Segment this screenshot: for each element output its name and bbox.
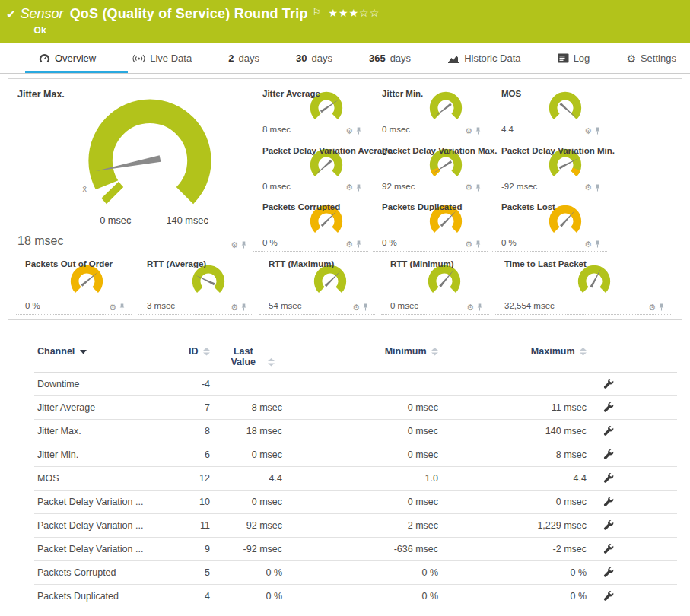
gear-icon[interactable]: ⚙ [465, 240, 472, 249]
tab-label: Historic Data [464, 52, 520, 64]
gear-icon[interactable]: ⚙ [109, 303, 116, 312]
gauge-cell-packets-lost: Packets Lost 0 % ⚙ [492, 195, 607, 252]
gear-icon[interactable]: ⚙ [465, 127, 472, 135]
tab-log[interactable]: Log [553, 43, 595, 73]
gauge-cell-time-to-last-packet: Time to Last Packet 32,554 msec ⚙ [495, 252, 671, 315]
pin-icon[interactable] [475, 126, 482, 135]
column-header-channel[interactable]: Channel [34, 341, 179, 373]
pin-icon[interactable] [594, 240, 601, 249]
channel-settings-wrench-icon[interactable] [603, 449, 614, 462]
cell-minimum: 2 msec [285, 514, 441, 538]
tab-historic-data[interactable]: Historic Data [443, 43, 525, 73]
channel-settings-wrench-icon[interactable] [603, 543, 614, 556]
pin-icon[interactable] [594, 183, 601, 192]
gauge-label: Packet Delay Variation Max. [382, 146, 498, 155]
gear-icon[interactable]: ⚙ [231, 241, 238, 249]
channel-settings-wrench-icon[interactable] [603, 567, 614, 579]
chart-icon [447, 53, 459, 64]
gauge-label: RTT (Average) [147, 259, 206, 268]
cell-spacer [628, 491, 677, 514]
stars-empty[interactable]: ☆☆ [359, 7, 380, 19]
gear-icon[interactable]: ⚙ [345, 183, 353, 192]
gauge-label: Packets Corrupted [262, 202, 340, 211]
pin-icon[interactable] [240, 240, 247, 249]
gauge-cell-jitter-max: Jitter Max. x̄ 0 msec 140 msec 18 msec ⚙ [8, 82, 253, 252]
cell-channel: Downtime [34, 373, 179, 396]
pin-icon[interactable] [240, 303, 247, 312]
channel-settings-wrench-icon[interactable] [603, 519, 614, 532]
tab-label: Log [574, 52, 590, 64]
gear-icon[interactable]: ⚙ [648, 303, 656, 312]
priority-flag-icon[interactable]: ⚐ [313, 7, 321, 17]
scale-max-label: 140 msec [166, 214, 208, 226]
tab-2-days[interactable]: 2 days [224, 43, 264, 73]
cell-id: 7 [179, 396, 213, 420]
tab-unit: days [311, 52, 332, 64]
gear-icon[interactable]: ⚙ [466, 303, 474, 312]
gear-icon[interactable]: ⚙ [465, 183, 472, 192]
tab-365-days[interactable]: 365 days [364, 43, 415, 73]
cell-maximum: 0 % [441, 585, 590, 608]
pin-icon[interactable] [475, 240, 482, 249]
cell-maximum: 0 msec [441, 491, 590, 514]
table-row: Packet Delay Variation ... 9 -92 msec -6… [34, 538, 677, 561]
cell-channel: Jitter Average [34, 396, 179, 420]
pin-icon[interactable] [658, 303, 665, 312]
cell-maximum: 0 % [441, 561, 590, 585]
gauge-label: Jitter Min. [382, 89, 423, 98]
gauge-dial [427, 89, 465, 127]
pin-icon[interactable] [475, 183, 482, 192]
channel-settings-wrench-icon[interactable] [603, 472, 614, 485]
gear-icon[interactable]: ⚙ [584, 127, 592, 135]
gear-icon[interactable]: ⚙ [231, 303, 238, 312]
pin-icon[interactable] [355, 240, 362, 249]
pin-icon[interactable] [355, 126, 362, 135]
gauges-panel: Jitter Max. x̄ 0 msec 140 msec 18 msec ⚙… [8, 78, 682, 320]
gauge-label: Jitter Average [262, 89, 320, 98]
tab-overview[interactable]: Overview [34, 43, 100, 73]
gauge-label: RTT (Minimum) [390, 259, 454, 268]
pin-icon[interactable] [362, 303, 369, 312]
page-title: QoS (Quality of Service) Round Trip [70, 6, 308, 22]
channel-settings-wrench-icon[interactable] [603, 378, 614, 391]
gauge-dial [546, 89, 584, 127]
log-icon [558, 53, 569, 63]
small-gauge-grid: Jitter Average 8 msec ⚙ Jitter Min. 0 ms… [253, 82, 677, 252]
pin-icon[interactable] [355, 183, 362, 192]
grid-filler [612, 139, 673, 195]
gear-icon[interactable]: ⚙ [584, 183, 592, 192]
pin-icon[interactable] [119, 303, 126, 312]
cell-last-value: -92 msec [213, 538, 285, 561]
gear-icon[interactable]: ⚙ [584, 240, 592, 249]
tab-30-days[interactable]: 30 days [291, 43, 337, 73]
gear-icon[interactable]: ⚙ [345, 240, 353, 249]
column-header-maximum[interactable]: Maximum [441, 341, 590, 373]
tab-label: Settings [641, 52, 676, 64]
cell-maximum: -2 msec [441, 538, 590, 561]
channel-settings-wrench-icon[interactable] [603, 402, 614, 414]
cell-last-value [213, 373, 285, 396]
sort-icon [268, 358, 275, 367]
stars-filled[interactable]: ★★★ [328, 7, 359, 19]
cell-minimum: -636 msec [285, 538, 441, 561]
table-row: Packet Delay Variation ... 10 0 msec 0 m… [34, 491, 677, 514]
pin-icon[interactable] [594, 126, 601, 135]
gear-icon[interactable]: ⚙ [345, 127, 353, 135]
pin-icon[interactable] [476, 303, 483, 312]
column-header-last-value[interactable]: Last Value [213, 341, 285, 373]
tab-live-data[interactable]: Live Data [128, 43, 196, 73]
tab-settings[interactable]: ⚙ Settings [622, 43, 681, 73]
priority-stars[interactable]: ★★★☆☆ [328, 7, 380, 19]
cell-minimum: 0 % [285, 561, 441, 585]
gauge-icon [39, 52, 50, 64]
channel-settings-wrench-icon[interactable] [603, 590, 614, 603]
cell-id: 9 [179, 538, 213, 561]
column-header-id[interactable]: ID [179, 341, 213, 373]
channel-settings-wrench-icon[interactable] [603, 496, 614, 509]
gear-icon[interactable]: ⚙ [352, 303, 360, 312]
gauge-value: 0 % [25, 301, 40, 310]
channel-settings-wrench-icon[interactable] [603, 425, 614, 438]
cell-id: 5 [179, 561, 213, 585]
gauge-value: 0 msec [390, 301, 418, 310]
column-header-minimum[interactable]: Minimum [285, 341, 441, 373]
